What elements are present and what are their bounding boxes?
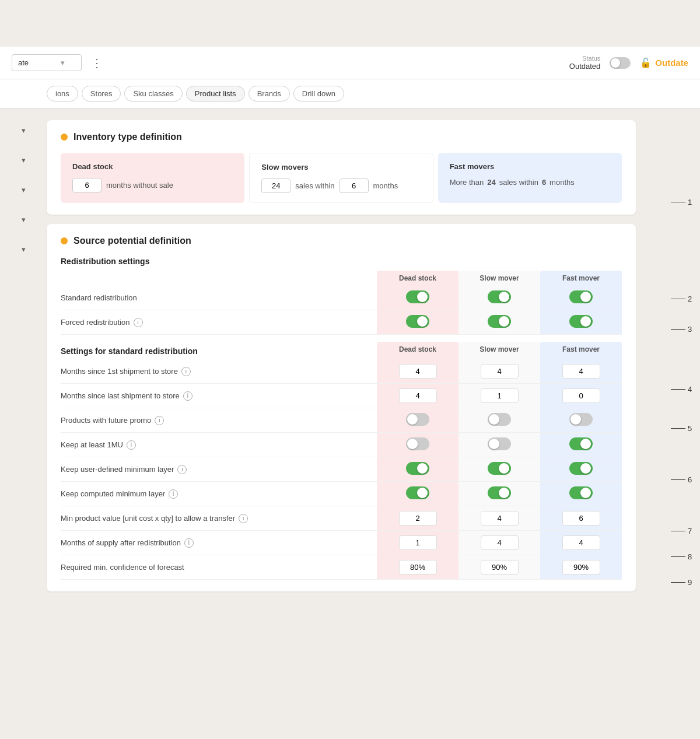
dropdown-wrapper: ate ▾ [12,54,82,71]
cell-confidence-fast [540,555,622,579]
cell-months-1st-dead [377,359,459,383]
toggle-keep1mu-slow[interactable] [488,437,511,450]
toggle-computed-min-fast[interactable] [569,486,593,499]
fast-movers-within: sales within [499,178,538,187]
toggle-forced-dead[interactable] [406,315,429,328]
info-icon-months-1st[interactable]: i [181,367,191,376]
row-label-min-product: Min product value [unit cost x qty] to a… [61,509,377,528]
input-min-product-fast[interactable] [562,511,600,526]
info-icon-min-product[interactable]: i [239,514,248,523]
table-row-computed-min: Keep computed minimum layer i [61,482,622,506]
slow-movers-sales-input[interactable] [261,178,290,193]
input-months-supply-slow[interactable] [481,535,519,550]
toggle-computed-min-dead[interactable] [406,486,429,499]
cell-min-product-dead [377,506,459,530]
annotation-number-3: 3 [688,325,692,334]
dead-stock-content: months without sale [72,178,233,192]
table-row-months-supply: Months of supply after redistribution i [61,531,622,555]
dropdown-value: ate [18,58,29,67]
info-icon-keep1mu[interactable]: i [127,440,136,450]
status-toggle[interactable] [610,57,631,69]
status-group: Status Outdated [569,55,601,71]
sidebar-chevron-4[interactable]: ▾ [22,215,26,224]
row-label-months-supply: Months of supply after redistribution i [61,534,377,552]
cell-promo-slow [459,408,540,432]
fast-movers-months-val: 6 [542,178,546,187]
toggle-standard-dead[interactable] [406,290,429,303]
info-icon-promo[interactable]: i [155,416,164,425]
sidebar-chevron-2[interactable]: ▾ [22,156,26,164]
toggle-standard-slow[interactable] [488,290,511,303]
cell-computed-min-fast [540,482,622,506]
toggle-promo-slow[interactable] [488,413,511,426]
inventory-card: Inventory type definition Dead stock mon… [47,120,636,215]
tab-product-lists[interactable]: Product lists [186,86,245,101]
input-min-product-slow[interactable] [481,511,519,526]
sidebar-chevron-5[interactable]: ▾ [22,245,26,254]
status-value: Outdated [569,62,601,71]
toggle-forced-fast[interactable] [569,315,593,328]
input-months-1st-fast[interactable] [562,364,600,379]
cell-forced-dead [377,310,459,334]
cell-standard-fast [540,286,622,310]
toggle-forced-slow[interactable] [488,315,511,328]
cell-confidence-slow [459,555,540,579]
dead-stock-input[interactable] [72,178,102,192]
orange-dot-1 [61,134,68,141]
input-months-last-fast[interactable] [562,388,600,403]
row-label-forced: Forced redistribution i [61,312,377,333]
tab-brands[interactable]: Brands [249,86,290,101]
info-icon-months-supply[interactable]: i [184,538,194,548]
status-area: Status Outdated 🔓 Outdate [569,55,688,71]
annotation-8: 8 [671,552,692,561]
cell-forced-slow [459,310,540,334]
input-months-1st-dead[interactable] [399,364,437,379]
annotation-number-1: 1 [688,198,692,206]
info-icon-months-last[interactable]: i [183,391,192,401]
input-confidence-fast[interactable] [562,560,600,575]
toggle-promo-fast[interactable] [569,413,593,426]
annotation-2: 2 [671,295,692,303]
dropdown-select[interactable]: ate ▾ [12,54,82,71]
fast-movers-months: months [550,178,575,187]
redist-settings-label: Redistribution settings [61,257,622,266]
fast-movers-label: Fast movers [450,162,610,171]
tab-sku-classes[interactable]: Sku classes [124,86,182,101]
input-min-product-dead[interactable] [399,511,437,526]
input-confidence-slow[interactable] [481,560,519,575]
sidebar-chevron-3[interactable]: ▾ [22,185,26,194]
slow-movers-months-input[interactable] [340,178,369,193]
table-row-months-1st: Months since 1st shipment to store i [61,359,622,384]
input-months-supply-dead[interactable] [399,535,437,550]
tab-ions[interactable]: ions [47,86,78,101]
tab-drill-down[interactable]: Drill down [293,86,344,101]
more-options-icon[interactable]: ⋮ [89,56,105,70]
info-icon-computed-min[interactable]: i [169,489,178,499]
toggle-user-min-slow[interactable] [488,462,511,475]
cell-keep1mu-fast [540,433,622,457]
input-months-1st-slow[interactable] [481,364,519,379]
info-icon-user-min[interactable]: i [177,465,187,474]
tab-stores[interactable]: Stores [82,86,121,101]
table-row-confidence: Required min. confidence of forecast [61,555,622,580]
table-row-forced: Forced redistribution i [61,310,622,335]
toggle-user-min-dead[interactable] [406,462,429,475]
toggle-keep1mu-dead[interactable] [406,437,429,450]
col-header-slow: Slow mover [459,271,540,286]
sidebar-chevron-1[interactable]: ▾ [22,126,26,135]
cell-months-1st-fast [540,359,622,383]
toggle-keep1mu-fast[interactable] [569,437,593,450]
toggle-promo-dead[interactable] [406,413,429,426]
row-label-months-1st: Months since 1st shipment to store i [61,362,377,381]
info-icon-forced[interactable]: i [134,318,143,327]
input-months-last-slow[interactable] [481,388,519,403]
input-confidence-dead[interactable] [399,560,437,575]
toggle-standard-fast[interactable] [569,290,593,303]
row-label-confidence: Required min. confidence of forecast [61,558,377,576]
table-row-months-last: Months since last shipment to store i [61,384,622,408]
toggle-user-min-fast[interactable] [569,462,593,475]
toggle-computed-min-slow[interactable] [488,486,511,499]
col-header-slow-2: Slow mover [459,342,540,359]
input-months-last-dead[interactable] [399,388,437,403]
input-months-supply-fast[interactable] [562,535,600,550]
